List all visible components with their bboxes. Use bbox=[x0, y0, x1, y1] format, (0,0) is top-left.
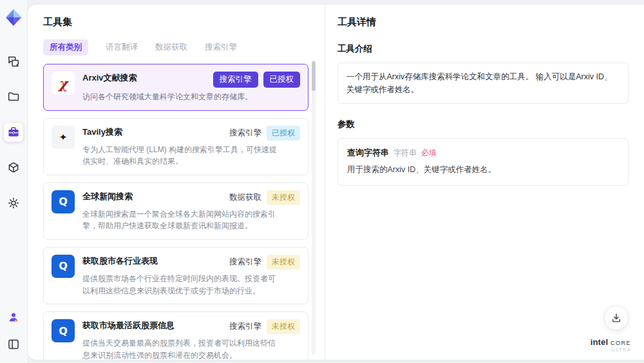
tab-search-engine[interactable]: 搜索引擎 bbox=[205, 42, 237, 53]
tab-language-translation[interactable]: 语言翻译 bbox=[106, 42, 138, 53]
stock-search-icon: Q bbox=[52, 319, 75, 342]
tool-title: 获取市场最活跃股票信息 bbox=[82, 319, 175, 331]
main-content: 工具集 所有类别 语言翻译 数据获取 搜索引擎 χ Arxiv文献搜索 搜索引擎… bbox=[27, 4, 644, 360]
list-scrollbar[interactable] bbox=[312, 60, 316, 355]
rail-bottom bbox=[4, 308, 23, 354]
category-label: 搜索引擎 bbox=[229, 257, 261, 268]
sidebar-item-models[interactable] bbox=[4, 158, 23, 177]
user-icon bbox=[7, 311, 20, 324]
sidebar-item-tools[interactable] bbox=[4, 123, 23, 142]
auth-badge: 已授权 bbox=[267, 126, 300, 141]
download-button[interactable] bbox=[604, 306, 629, 330]
param-type: 字符串 bbox=[393, 148, 417, 159]
tool-card-list: χ Arxiv文献搜索 搜索引擎 已授权 访问各个研究领域大量科学论文和文章的存… bbox=[43, 64, 308, 360]
category-label: 搜索引擎 bbox=[229, 321, 261, 332]
category-label: 数据获取 bbox=[229, 192, 261, 203]
tool-description: 提供股票市场各个行业在特定时间段内的表现。投资者可以利用这些信息来识别表现优于或… bbox=[82, 273, 300, 297]
tool-title: Tavily搜索 bbox=[82, 126, 122, 138]
news-search-icon: Q bbox=[52, 190, 75, 213]
sidebar-item-files[interactable] bbox=[4, 87, 23, 106]
tool-description: 全球新闻搜索是一个聚合全球各大新闻网站内容的搜索引擎，帮助用户快速获取全球最新资… bbox=[82, 208, 300, 232]
param-description: 用于搜索的Arxiv ID、关键字或作者姓名。 bbox=[347, 164, 619, 175]
auth-badge[interactable]: 已授权 bbox=[263, 72, 301, 88]
tool-detail-pane: 工具详情 工具介绍 一个用于从Arxiv存储库搜索科学论文和文章的工具。 输入可… bbox=[325, 5, 644, 360]
toolbox-icon bbox=[7, 126, 20, 139]
tavily-icon: ✦ bbox=[52, 126, 75, 149]
category-label: 搜索引擎 bbox=[229, 128, 261, 139]
scrollbar-thumb[interactable] bbox=[312, 61, 316, 91]
params-section-title: 参数 bbox=[337, 119, 629, 130]
tool-description: 提供当天交易量最高的股票列表，投资者可以利用这些信息来识别流动性强的股票和潜在的… bbox=[82, 337, 300, 360]
intro-text-box: 一个用于从Arxiv存储库搜索科学论文和文章的工具。 输入可以是Arxiv ID… bbox=[337, 63, 629, 104]
rail-nav bbox=[4, 52, 23, 213]
intel-core-logo: intel core ULTRA bbox=[591, 338, 631, 353]
app-logo[interactable] bbox=[4, 8, 23, 27]
cube-icon bbox=[7, 161, 20, 174]
chat-icon bbox=[7, 55, 20, 68]
tool-title: 获取股市各行业表现 bbox=[82, 255, 158, 267]
tool-description: 专为人工智能代理 (LLM) 构建的搜索引擎工具，可快速提供实时、准确和真实的结… bbox=[82, 144, 300, 168]
download-icon bbox=[611, 312, 622, 324]
app-rail bbox=[0, 0, 27, 363]
tool-title: 全球新闻搜索 bbox=[82, 190, 133, 202]
detail-title: 工具详情 bbox=[337, 16, 629, 28]
brand-tier: ULTRA bbox=[591, 348, 631, 353]
tab-all-categories[interactable]: 所有类别 bbox=[43, 39, 88, 55]
tool-card-tavily[interactable]: ✦ Tavily搜索 搜索引擎 已授权 专为人工智能代理 (LLM) 构建的搜索… bbox=[43, 118, 308, 175]
tool-card-active-stocks[interactable]: Q 获取市场最活跃股票信息 搜索引擎 未授权 提供当天交易量最高的股票列表，投资… bbox=[43, 311, 308, 360]
arxiv-icon: χ bbox=[52, 72, 75, 95]
category-badge[interactable]: 搜索引擎 bbox=[213, 72, 258, 88]
tool-card-arxiv[interactable]: χ Arxiv文献搜索 搜索引擎 已授权 访问各个研究领域大量科学论文和文章的存… bbox=[43, 64, 308, 111]
brand-core: core bbox=[611, 337, 631, 347]
diamond-logo-icon bbox=[4, 8, 23, 27]
brand-intel: intel bbox=[591, 337, 609, 347]
user-avatar[interactable] bbox=[4, 308, 23, 327]
gear-icon bbox=[7, 197, 20, 210]
sidebar-item-chat[interactable] bbox=[4, 52, 23, 71]
auth-badge: 未授权 bbox=[267, 190, 300, 205]
tool-description: 访问各个研究领域大量科学论文和文章的存储库。 bbox=[82, 91, 300, 103]
auth-badge: 未授权 bbox=[267, 319, 300, 334]
toggle-panel-button[interactable] bbox=[4, 335, 23, 354]
tab-data-fetch[interactable]: 数据获取 bbox=[155, 42, 187, 53]
category-tabs: 所有类别 语言翻译 数据获取 搜索引擎 bbox=[43, 39, 325, 55]
intro-section-title: 工具介绍 bbox=[337, 43, 629, 55]
param-required-badge: 必填 bbox=[421, 148, 437, 159]
tool-list-pane: 工具集 所有类别 语言翻译 数据获取 搜索引擎 χ Arxiv文献搜索 搜索引擎… bbox=[28, 5, 325, 360]
tool-card-global-news[interactable]: Q 全球新闻搜索 数据获取 未授权 全球新闻搜索是一个聚合全球各大新闻网站内容的… bbox=[43, 182, 308, 240]
page-title: 工具集 bbox=[43, 16, 325, 28]
auth-badge: 未授权 bbox=[267, 255, 300, 270]
param-card: 查询字符串 字符串 必填 用于搜索的Arxiv ID、关键字或作者姓名。 bbox=[337, 138, 629, 186]
param-name: 查询字符串 bbox=[347, 147, 389, 159]
tool-title: Arxiv文献搜索 bbox=[82, 72, 137, 84]
stock-search-icon: Q bbox=[52, 255, 75, 278]
sidebar-item-settings[interactable] bbox=[4, 193, 23, 213]
folder-icon bbox=[7, 90, 20, 103]
layout-panel-icon bbox=[7, 338, 20, 351]
tool-card-industry-performance[interactable]: Q 获取股市各行业表现 搜索引擎 未授权 提供股票市场各个行业在特定时间段内的表… bbox=[43, 247, 308, 304]
